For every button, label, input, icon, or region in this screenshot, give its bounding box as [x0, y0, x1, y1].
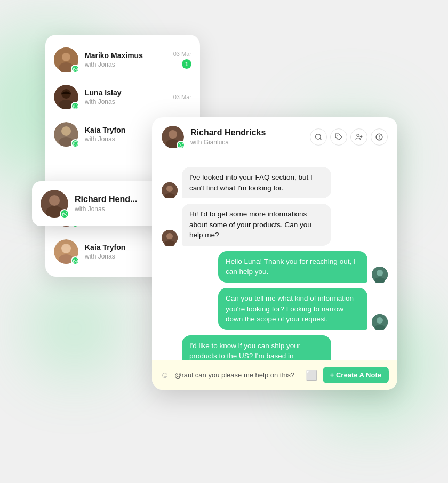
conv-meta: 03 Mar 1	[173, 51, 191, 69]
whatsapp-badge	[71, 102, 79, 110]
message-row-1: I've looked into your FAQ section, but I…	[162, 167, 388, 198]
conv-name: Mariko Maximus	[85, 51, 167, 60]
msg-avatar-agent	[372, 314, 388, 330]
chat-input[interactable]	[174, 371, 300, 379]
chat-header-actions	[310, 128, 388, 146]
chat-input-area: ☺ ⬜ + Create A Note	[152, 360, 397, 390]
svg-line-22	[320, 139, 322, 140]
avatar-wrap	[54, 47, 78, 72]
chat-header-name: Richard Hendricks	[190, 128, 303, 138]
svg-point-13	[61, 244, 71, 253]
avatar-wrap	[54, 122, 78, 147]
svg-point-40	[377, 317, 383, 324]
conv-info: Luna Islay with Jonas	[85, 88, 167, 106]
whatsapp-badge	[60, 209, 69, 219]
conv-date: 03 Mar	[173, 94, 191, 100]
svg-point-34	[166, 233, 173, 239]
svg-point-7	[61, 126, 71, 136]
mention-icon: ☺	[161, 371, 169, 380]
conv-name: Luna Islay	[85, 88, 167, 97]
message-row-3: Hello Luna! Thank you for reaching out, …	[162, 251, 388, 283]
msg-avatar	[162, 230, 178, 246]
conv-info: Mariko Maximus with Jonas	[85, 51, 167, 68]
svg-point-31	[166, 186, 173, 192]
svg-point-1	[62, 53, 70, 61]
whatsapp-badge	[177, 141, 185, 149]
conversation-item-luna-islay[interactable]: Luna Islay with Jonas 03 Mar	[45, 78, 200, 116]
svg-point-19	[169, 130, 177, 139]
message-bubble-5: I'd like to know if you can ship your pr…	[182, 335, 331, 360]
avatar-wrap	[41, 190, 68, 218]
active-conv-name: Richard Hend...	[75, 195, 162, 204]
message-bubble-3: Hello Luna! Thank you for reaching out, …	[218, 251, 367, 283]
chat-header-avatar-wrap	[162, 126, 184, 148]
assign-button[interactable]	[350, 128, 367, 146]
conv-date: 03 Mar	[173, 51, 191, 57]
message-row-2: Hi! I'd to get some more informations ab…	[162, 204, 388, 246]
avatar-wrap	[54, 239, 78, 264]
message-bubble-4: Can you tell me what kind of information…	[218, 288, 367, 330]
attachment-icon[interactable]: ⬜	[306, 369, 317, 381]
info-button[interactable]	[371, 128, 388, 146]
conv-meta: 03 Mar	[173, 94, 191, 100]
bg-blob-4	[27, 280, 123, 376]
conversation-item-mariko-maximus[interactable]: Mariko Maximus with Jonas 03 Mar 1	[45, 41, 200, 78]
chat-header-info: Richard Hendricks with Gianluca	[190, 128, 303, 146]
active-conversation-card[interactable]: Richard Hend... with Jonas	[32, 181, 171, 226]
chat-header-sub: with Gianluca	[190, 139, 303, 146]
chat-panel: Richard Hendricks with Gianluca I've	[152, 117, 397, 390]
whatsapp-badge	[71, 256, 79, 265]
create-note-button[interactable]: + Create A Note	[323, 367, 389, 383]
msg-avatar	[162, 182, 178, 198]
message-row-4: Can you tell me what kind of information…	[162, 288, 388, 330]
tag-button[interactable]	[330, 128, 347, 146]
search-button[interactable]	[310, 128, 327, 146]
message-bubble-1: I've looked into your FAQ section, but I…	[182, 167, 331, 198]
active-conv-sub: with Jonas	[75, 205, 162, 213]
chat-header: Richard Hendricks with Gianluca	[152, 117, 397, 157]
msg-avatar-agent	[372, 267, 388, 283]
conv-sub: with Jonas	[85, 61, 167, 68]
message-row-5: I'd like to know if you can ship your pr…	[162, 335, 388, 360]
active-conv-info: Richard Hend... with Jonas	[75, 195, 162, 213]
avatar-wrap	[54, 85, 78, 109]
whatsapp-badge	[71, 65, 79, 73]
message-bubble-2: Hi! I'd to get some more informations ab…	[182, 204, 331, 246]
svg-point-37	[377, 270, 383, 276]
svg-point-24	[357, 134, 359, 137]
whatsapp-badge	[71, 139, 79, 148]
unread-badge: 1	[182, 59, 191, 69]
conv-sub: with Jonas	[85, 98, 167, 106]
svg-point-16	[49, 195, 60, 206]
chat-body: I've looked into your FAQ section, but I…	[152, 157, 397, 360]
